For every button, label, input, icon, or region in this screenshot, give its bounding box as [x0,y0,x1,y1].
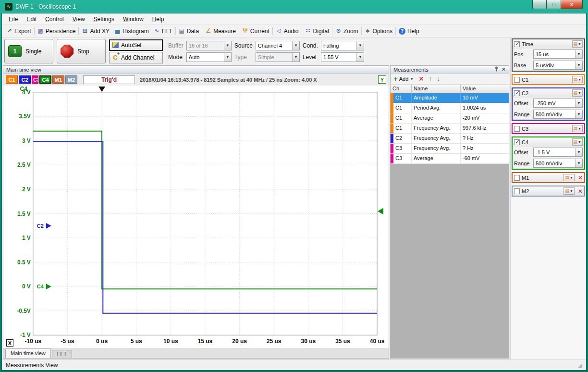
measurement-row[interactable]: C1 Period Avg. 1.0024 us [391,103,509,113]
measurement-row[interactable]: C2 Frequency Avg. ? Hz [391,134,509,144]
channel-tab-c1[interactable]: C1 [6,75,18,84]
toolbar-audio[interactable]: ◁Audio [273,27,301,36]
channel-c4-checkbox[interactable] [514,139,520,145]
add-measurement-button[interactable]: + Add ▼ [393,76,414,82]
channel-c1-menu-button[interactable]: ▤▼ [572,76,583,83]
level-combobox[interactable]: 1.55 V▼ [321,52,364,62]
fft-icon: ∿ [154,28,160,34]
measurement-row[interactable]: C1 Amplitude 10 mV [391,93,509,103]
channel-tab-c3[interactable]: C3 [32,75,38,84]
channel-tab-c2[interactable]: C2 [19,75,31,84]
time-position-combobox[interactable]: 15 us▼ [533,50,583,59]
minimize-button[interactable]: – [532,0,547,9]
titlebar[interactable]: ∿ DWF 1 - Oscilloscope 1 – □ × [1,0,587,13]
buffer-label: Buffer [168,42,184,49]
maximize-button[interactable]: □ [547,0,561,9]
remove-m1-icon[interactable]: ✕ [578,174,583,181]
c4-range-combobox[interactable]: 500 mV/div▼ [533,159,583,168]
mode-combobox[interactable]: Auto▼ [186,52,232,62]
toolbar-persistence[interactable]: ▩Persistence [35,27,78,36]
toolbar-zoom[interactable]: ⊙Zoom [333,27,361,36]
measurement-row[interactable]: C1 Frequency Avg. 997.6 kHz [391,124,509,134]
menu-settings[interactable]: Settings [89,14,119,24]
channel-c3-checkbox[interactable] [514,126,520,132]
svg-text:20 us: 20 us [232,338,247,345]
channel-section-c1: C1 ▤▼ [512,74,585,85]
plot-canvas[interactable]: -10 us-5 us0 us5 us10 us15 us20 us25 us3… [3,86,389,348]
channel-c3-menu-button[interactable]: ▤▼ [572,125,583,132]
toolbar-separator [34,27,35,35]
menu-view[interactable]: View [68,14,89,24]
menu-window[interactable]: Window [119,14,148,24]
toolbar-data[interactable]: ▤Data [176,27,201,36]
channel-tab-m1[interactable]: M1 [52,75,64,84]
acquisition-info: 2016/01/04 16:13:43.978 - 8192 Samples a… [140,77,317,83]
source-label: Source [234,42,253,49]
time-menu-button[interactable]: ▤▼ [572,40,583,48]
stop-icon [61,45,74,58]
time-base-combobox[interactable]: 5 us/div▼ [533,61,583,70]
channel-c1-checkbox[interactable] [514,77,520,83]
single-icon: 1 [8,45,22,57]
delete-measurement-button[interactable]: ✕ [418,76,424,82]
math-m1-menu-button[interactable]: ▤▼ [564,174,574,181]
gear-icon: ▤ [574,42,578,46]
close-button[interactable]: × [561,0,583,9]
measurement-row[interactable]: C3 Frequency Avg. ? Hz [391,144,509,154]
type-combobox[interactable]: Simple▼ [256,52,300,62]
toolbar-measure[interactable]: ∠Measure [203,27,238,36]
channel-c4-menu-button[interactable]: ▤▼ [572,138,583,146]
single-button[interactable]: 1 Single [4,39,53,63]
toolbar-export[interactable]: ↗Export [4,27,34,36]
toolbar-histogram[interactable]: ▅Histogram [112,27,151,36]
plot-area[interactable]: -10 us-5 us0 us5 us10 us15 us20 us25 us3… [3,86,389,348]
tab-main-time-view[interactable]: Main time view [5,348,51,358]
math-m1-checkbox[interactable] [514,175,520,181]
data-icon: ▤ [179,28,185,34]
toolbar-digital[interactable]: ∷Digital [303,27,331,36]
source-combobox[interactable]: Channel 4▼ [256,41,300,50]
x-axis-button[interactable]: X [6,339,13,347]
pin-icon[interactable] [494,66,499,73]
channel-c2-menu-button[interactable]: ▤▼ [572,89,583,97]
math-m2-menu-button[interactable]: ▤▼ [564,187,574,195]
move-down-button[interactable]: ↓ [437,76,441,82]
close-panel-icon[interactable]: ✕ [502,66,506,73]
toolbar-options[interactable]: ∗Options [362,27,395,36]
remove-m2-icon[interactable]: ✕ [578,188,583,195]
add-channel-button[interactable]: C+ Add Channel [109,52,163,63]
toolbar-current[interactable]: ΨCurrent [240,27,272,36]
resize-grip[interactable]: ◢ [578,362,582,369]
c4-offset-combobox[interactable]: -1.5 V▼ [533,148,583,157]
gear-icon: ▤ [565,175,569,180]
c2-range-combobox[interactable]: 500 mV/div▼ [533,110,583,119]
measurement-row[interactable]: C1 Average -20 mV [391,113,509,124]
toolbar-add-xy[interactable]: ⊞Add XY [79,27,112,36]
chevron-down-icon: ▼ [292,41,299,50]
move-up-button[interactable]: ↑ [429,76,432,82]
menu-help[interactable]: Help [148,14,169,24]
svg-text:-0.5V: -0.5V [17,308,31,314]
svg-text:25 us: 25 us [267,338,282,345]
measurement-row[interactable]: C3 Average -60 mV [391,154,509,164]
menu-control[interactable]: Control [41,14,68,24]
c2-offset-combobox[interactable]: -250 mV▼ [533,99,583,108]
channel-tab-m2[interactable]: M2 [65,75,77,84]
chevron-down-icon: ▼ [356,41,364,50]
stop-button[interactable]: Stop [57,39,106,63]
math-m2-checkbox[interactable] [514,188,520,194]
buffer-combobox[interactable]: 16 of 16▼ [186,41,232,50]
y-axis-button[interactable]: Y [378,75,386,84]
menu-edit[interactable]: Edit [22,14,41,24]
channel-tab-c4[interactable]: C4 [39,75,51,84]
channel-c2-checkbox[interactable] [514,90,520,96]
chevron-down-icon: ▼ [570,189,573,193]
autoset-button[interactable]: AutoSet [109,39,163,51]
cond-combobox[interactable]: Falling▼ [321,41,364,50]
time-enable-checkbox[interactable] [514,41,520,47]
toolbar-help[interactable]: ?Help [396,27,422,36]
tab-fft[interactable]: FFT [52,350,72,358]
channel-section-c2: C2 ▤▼ Offset -250 mV▼ Range 500 mV/div▼ [512,87,585,121]
menu-file[interactable]: File [4,14,22,24]
toolbar-fft[interactable]: ∿FFT [151,27,175,36]
